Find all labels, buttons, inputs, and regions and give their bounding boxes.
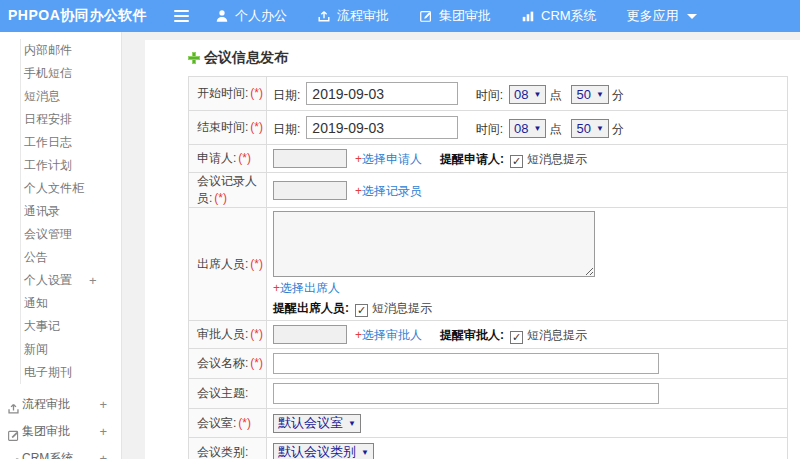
expand-plus-icon[interactable]: + [89,269,97,292]
start-date-input[interactable] [306,82,458,105]
choose-attendees-link[interactable]: +选择出席人 [273,281,340,295]
sidebar-item-notice[interactable]: 通知 [21,292,121,315]
meeting-room-select[interactable]: 默认会议室▼ [273,414,361,433]
choose-applicant-link[interactable]: +选择申请人 [355,152,422,166]
caret-down-icon: ▼ [534,90,542,99]
required-mark: (*) [238,416,251,430]
row-start-time: 开始时间:(*) 日期: 时间:08▼点50▼分 [189,77,788,111]
main-panel: 会议信息发布 开始时间:(*) 日期: 时间:08▼点50▼分 结束时间:(*)… [145,40,800,459]
required-mark: (*) [250,120,263,134]
caret-down-icon [687,14,697,19]
caret-down-icon: ▼ [361,448,369,457]
sidebar-section-workflow[interactable]: 流程审批 + [0,391,121,418]
choose-approver-link[interactable]: +选择审批人 [355,328,422,342]
approver-input[interactable] [273,325,347,344]
nav-crm[interactable]: CRM系统 [521,7,597,25]
app-logo: PHPOA协同办公软件 [8,7,160,25]
row-meeting-subject: 会议主题: [189,379,788,409]
applicant-input[interactable] [273,149,347,168]
sidebar-item-news[interactable]: 新闻 [21,338,121,361]
remind-approver-label: 提醒审批人: [440,328,504,342]
sidebar-item-announcement[interactable]: 公告 [21,246,121,269]
choose-recorder-link[interactable]: +选择记录员 [355,184,422,198]
start-hour-select[interactable]: 08▼ [509,85,546,104]
meeting-subject-input[interactable] [273,383,659,404]
required-mark: (*) [238,151,251,165]
expand-plus-icon[interactable]: + [99,391,107,418]
end-date-input[interactable] [306,116,458,139]
row-applicant: 申请人:(*) +选择申请人提醒申请人:✓短消息提示 [189,145,788,173]
row-meeting-category: 会议类别: 默认会议类别▼ [189,438,788,459]
hamburger-menu-icon[interactable] [174,10,189,22]
sms-remind-label: 短消息提示 [527,152,587,166]
sidebar-item-memorabilia[interactable]: 大事记 [21,315,121,338]
recorder-input[interactable] [273,181,347,200]
sidebar-item-work-plan[interactable]: 工作计划 [21,154,121,177]
row-attendees: 出席人员:(*) +选择出席人 提醒出席人员:✓短消息提示 [189,208,788,321]
sidebar-item-e-journal[interactable]: 电子期刊 [21,361,121,384]
row-meeting-name: 会议名称:(*) [189,349,788,379]
row-recorder: 会议记录人员:(*) +选择记录员 [189,173,788,208]
nav-personal-office[interactable]: 个人办公 [215,7,287,25]
end-hour-select[interactable]: 08▼ [509,119,546,138]
sidebar: 内部邮件 手机短信 短消息 日程安排 工作日志 工作计划 个人文件柜 通讯录 会… [0,32,122,459]
sidebar-item-short-message[interactable]: 短消息 [21,85,121,108]
time-label: 时间: [476,122,503,136]
nav-group-approval[interactable]: 集团审批 [419,7,491,25]
required-mark: (*) [250,257,263,271]
sidebar-item-contacts[interactable]: 通讯录 [21,200,121,223]
sms-remind-checkbox[interactable]: ✓ [510,155,523,168]
sidebar-section-group-approval[interactable]: 集团审批 + [0,418,121,445]
sidebar-item-internal-mail[interactable]: 内部邮件 [21,39,121,62]
nav-more-apps[interactable]: 更多应用 [627,7,697,25]
sms-remind-label: 短消息提示 [372,301,432,315]
sms-remind-label: 短消息提示 [527,328,587,342]
required-mark: (*) [250,327,263,341]
sidebar-item-personal-settings[interactable]: 个人设置+ [21,269,121,292]
bar-chart-icon [7,452,20,459]
sms-remind-checkbox[interactable]: ✓ [355,304,368,317]
start-minute-select[interactable]: 50▼ [571,85,608,104]
nav-workflow-approval[interactable]: 流程审批 [317,7,389,25]
date-label: 日期: [273,122,300,136]
expand-plus-icon[interactable]: + [99,418,107,445]
meeting-form: 开始时间:(*) 日期: 时间:08▼点50▼分 结束时间:(*) 日期: 时间… [188,76,788,459]
add-plus-icon [188,52,200,64]
sidebar-sections: 流程审批 + 集团审批 + CRM系统 + [0,391,121,459]
person-icon [215,9,229,23]
caret-down-icon: ▼ [596,124,604,133]
sidebar-item-mobile-sms[interactable]: 手机短信 [21,62,121,85]
sidebar-item-file-cabinet[interactable]: 个人文件柜 [21,177,121,200]
sidebar-item-meeting-mgmt[interactable]: 会议管理 [21,223,121,246]
row-approver: 审批人员:(*) +选择审批人提醒审批人:✓短消息提示 [189,321,788,349]
pencil-square-icon [419,9,433,23]
meeting-category-select[interactable]: 默认会议类别▼ [273,443,374,459]
caret-down-icon: ▼ [534,124,542,133]
caret-down-icon: ▼ [596,90,604,99]
meeting-name-input[interactable] [273,353,659,374]
sidebar-personal-list: 内部邮件 手机短信 短消息 日程安排 工作日志 工作计划 个人文件柜 通讯录 会… [20,39,121,384]
end-minute-select[interactable]: 50▼ [571,119,608,138]
row-meeting-room: 会议室:(*) 默认会议室▼ [189,409,788,438]
remind-applicant-label: 提醒申请人: [440,152,504,166]
time-label: 时间: [476,88,503,102]
row-end-time: 结束时间:(*) 日期: 时间:08▼点50▼分 [189,111,788,145]
date-label: 日期: [273,88,300,102]
sidebar-item-schedule[interactable]: 日程安排 [21,108,121,131]
main-nav: 个人办公 流程审批 集团审批 CRM系统 更多应用 [215,7,727,25]
required-mark: (*) [250,86,263,100]
workflow-icon [317,9,331,23]
sidebar-section-crm[interactable]: CRM系统 + [0,445,121,459]
page-title: 会议信息发布 [188,49,788,67]
required-mark: (*) [214,191,227,205]
attendees-textarea[interactable] [273,211,595,277]
remind-attendees-label: 提醒出席人员: [273,301,349,315]
required-mark: (*) [250,356,263,370]
expand-plus-icon[interactable]: + [99,445,107,459]
topbar: PHPOA协同办公软件 个人办公 流程审批 集团审批 CRM系统 更多应用 [0,0,800,32]
sms-remind-checkbox[interactable]: ✓ [510,331,523,344]
caret-down-icon: ▼ [348,419,356,428]
bar-chart-icon [521,9,535,23]
sidebar-item-work-log[interactable]: 工作日志 [21,131,121,154]
